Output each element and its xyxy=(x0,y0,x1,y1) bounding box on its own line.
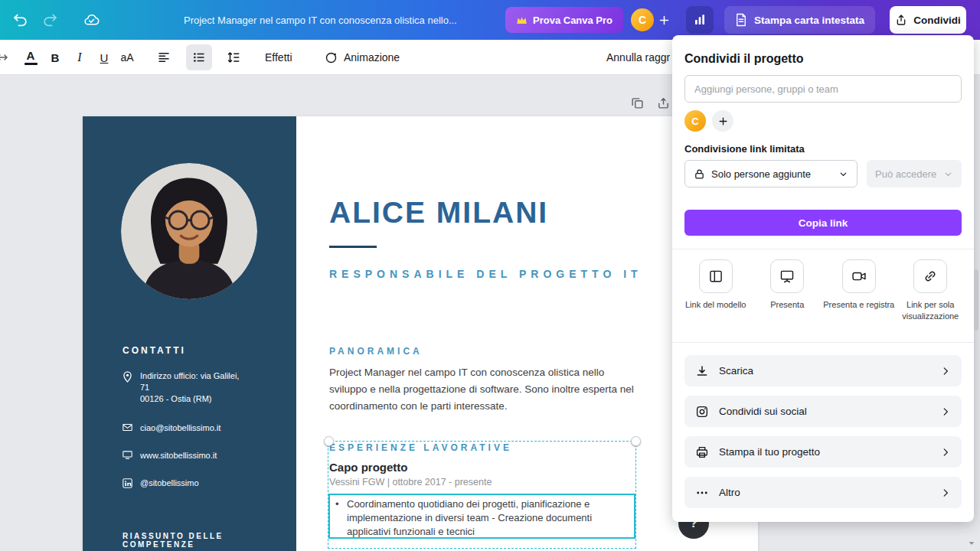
job-title[interactable]: Capo progetto xyxy=(329,461,408,474)
present-option[interactable]: Presenta xyxy=(752,259,824,322)
linkedin-icon xyxy=(122,478,132,489)
lock-icon xyxy=(694,168,705,180)
download-row[interactable]: Scarica xyxy=(684,355,962,386)
insights-button[interactable] xyxy=(686,6,714,34)
underline-button[interactable]: U xyxy=(92,45,116,70)
export-page-button[interactable] xyxy=(652,92,674,113)
envelope-icon xyxy=(122,422,132,434)
selection-handle-top-left[interactable] xyxy=(324,436,334,446)
plus-icon xyxy=(718,116,728,126)
contact-email[interactable]: ciao@sitobellissimo.it xyxy=(122,422,220,434)
divider xyxy=(672,249,974,249)
save-status-icon xyxy=(77,5,106,34)
crown-icon xyxy=(516,15,528,25)
share-options-row: Link del modello Presenta Presenta e reg… xyxy=(680,259,966,322)
name-underline-rule xyxy=(329,246,377,248)
location-pin-icon xyxy=(122,370,132,405)
invite-member-button[interactable] xyxy=(652,8,675,31)
bullet-list-icon xyxy=(192,51,206,64)
template-link-icon xyxy=(699,259,733,293)
resume-role[interactable]: RESPONSABILE DEL PROGETTO IT xyxy=(329,268,642,280)
chevron-down-icon xyxy=(943,169,953,179)
try-canva-pro-button[interactable]: Prova Canva Pro xyxy=(505,7,623,33)
color-swatch xyxy=(24,63,38,65)
text-case-button[interactable]: aA xyxy=(115,45,139,70)
chevron-right-icon xyxy=(940,406,951,417)
more-row[interactable]: Altro xyxy=(684,477,962,508)
resume-sidebar: CONTATTI Indirizzo ufficio: via Galilei,… xyxy=(83,116,296,551)
bold-button[interactable]: B xyxy=(43,45,67,70)
link-access-label: Condivisione link limitata xyxy=(684,143,805,155)
more-dots-icon xyxy=(695,486,709,500)
share-panel-title: Condividi il progetto xyxy=(684,52,804,66)
profile-photo[interactable] xyxy=(121,163,257,299)
chevron-right-icon xyxy=(940,487,951,498)
effects-button[interactable]: Effetti xyxy=(259,45,299,70)
resume-page[interactable]: CONTATTI Indirizzo ufficio: via Galilei,… xyxy=(83,116,758,551)
template-link-option[interactable]: Link del modello xyxy=(680,259,752,322)
present-record-option[interactable]: Presenta e registra xyxy=(823,259,895,322)
undo-icon xyxy=(13,12,28,28)
alignment-button[interactable] xyxy=(152,45,176,70)
website-icon xyxy=(122,450,132,461)
bullet-list-button[interactable] xyxy=(186,44,212,70)
job-meta[interactable]: Vessini FGW | ottobre 2017 - presente xyxy=(329,477,492,487)
present-record-icon xyxy=(842,259,876,293)
clipped-toolbar-icon[interactable] xyxy=(0,45,15,70)
chevron-down-icon xyxy=(838,169,848,179)
text-color-button[interactable]: A xyxy=(18,45,43,70)
top-bar: Project Manager nel campo IT con conosce… xyxy=(0,0,980,40)
experience-heading[interactable]: ESPERIENZE LAVORATIVE xyxy=(329,442,512,453)
italic-button[interactable]: I xyxy=(67,45,92,70)
plus-icon xyxy=(658,15,670,26)
resume-name[interactable]: ALICE MILANI xyxy=(329,196,548,230)
print-letterhead-button[interactable]: Stampa carta intestata xyxy=(724,6,875,34)
contact-linkedin[interactable]: @sitobellissimo xyxy=(122,478,199,489)
link-permission-dropdown[interactable]: Può accedere xyxy=(867,160,962,187)
ungroup-button[interactable]: Annulla raggr xyxy=(600,45,676,70)
collaborator-avatar[interactable]: C xyxy=(684,110,706,132)
share-panel: Condividi il progetto C Condivisione lin… xyxy=(672,35,974,522)
share-icon xyxy=(895,14,907,26)
print-project-row[interactable]: Stampa il tuo progetto xyxy=(684,436,962,468)
duplicate-icon xyxy=(631,96,644,109)
add-people-input[interactable] xyxy=(684,75,962,103)
line-spacing-button[interactable] xyxy=(221,45,246,70)
chevron-right-icon xyxy=(940,366,951,377)
scrollbar-thumb[interactable] xyxy=(974,269,978,331)
canva-app: Project Manager nel campo IT con conosce… xyxy=(0,0,980,551)
overview-heading[interactable]: PANORAMICA xyxy=(329,346,423,357)
line-spacing-icon xyxy=(227,51,240,64)
view-only-link-option[interactable]: Link per sola visualizzazione xyxy=(895,259,967,322)
duplicate-page-button[interactable] xyxy=(626,92,648,113)
share-button[interactable]: Condividi xyxy=(890,6,966,34)
undo-button[interactable] xyxy=(6,5,35,34)
overview-body[interactable]: Project Manager nel campo IT con conosce… xyxy=(329,364,637,415)
job-bullet[interactable]: • Coordinamento quotidiano dei progetti,… xyxy=(335,497,631,539)
contacts-heading: CONTATTI xyxy=(122,345,186,356)
scroll-down-arrow[interactable] xyxy=(966,537,978,549)
copy-link-button[interactable]: Copia link xyxy=(684,210,962,236)
page-upload-icon xyxy=(657,96,670,109)
document-icon xyxy=(735,13,747,27)
skills-heading: RIASSUNTO DELLE COMPETENZE xyxy=(122,532,296,549)
share-social-row[interactable]: Condividi sui social xyxy=(684,396,962,427)
contact-website[interactable]: www.sitobellissimo.it xyxy=(122,450,217,461)
add-collaborator-button[interactable] xyxy=(712,110,733,132)
animate-button[interactable]: Animazione xyxy=(318,45,406,70)
user-avatar[interactable]: C xyxy=(631,8,654,31)
printer-icon xyxy=(695,445,709,459)
animate-icon xyxy=(325,51,338,64)
align-left-icon xyxy=(157,51,171,64)
view-only-link-icon xyxy=(913,259,947,293)
document-title[interactable]: Project Manager nel campo IT con conosce… xyxy=(184,0,457,40)
selection-handle-top-right[interactable] xyxy=(631,436,641,446)
present-icon xyxy=(770,259,804,293)
social-icon xyxy=(695,405,709,419)
redo-icon xyxy=(42,12,57,28)
contact-address[interactable]: Indirizzo ufficio: via Galilei, 71 00126… xyxy=(122,370,239,405)
link-access-dropdown[interactable]: Solo persone aggiunte xyxy=(684,160,858,187)
chevron-right-icon xyxy=(940,447,951,458)
redo-button[interactable] xyxy=(35,5,64,34)
download-icon xyxy=(695,364,709,378)
